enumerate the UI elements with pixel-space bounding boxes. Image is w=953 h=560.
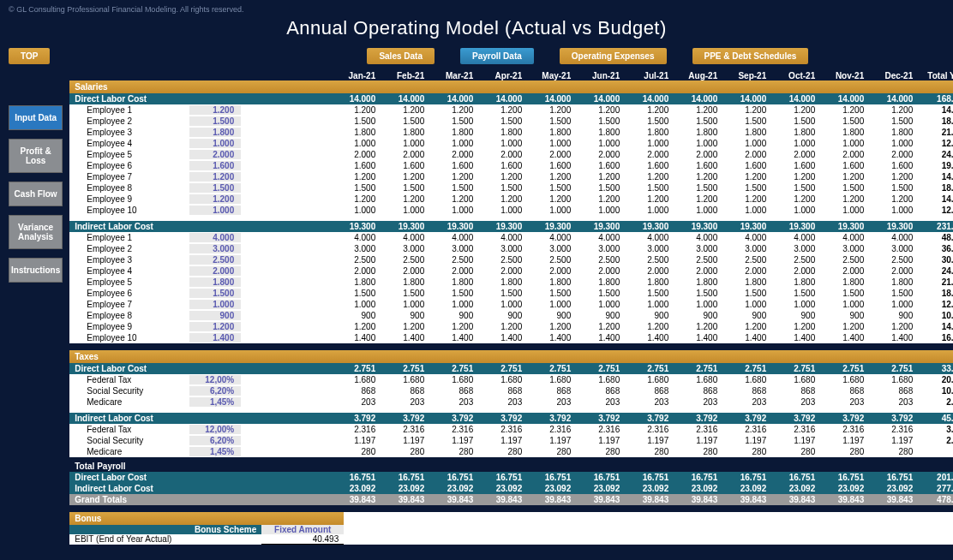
nav-profit-loss[interactable]: Profit & Loss [9, 139, 63, 173]
row-label: Employee 2 [69, 116, 189, 126]
month-cell: 39.843 [429, 495, 478, 504]
input-value[interactable]: 1.500 [189, 116, 241, 126]
tab-payroll-data[interactable]: Payroll Data [460, 48, 534, 64]
month-cell: 1.200 [381, 172, 429, 182]
tab-operating-expenses[interactable]: Operating Expenses [560, 48, 667, 64]
month-cell: 3.792 [429, 414, 478, 423]
input-value[interactable]: 1,45% [189, 447, 241, 456]
input-value[interactable]: 1.000 [189, 206, 241, 215]
bonus-amount-header[interactable]: Fixed Amount [261, 525, 344, 534]
month-cell: 1.800 [332, 277, 381, 287]
month-cell: 1.000 [625, 300, 674, 309]
input-value[interactable]: 1.600 [189, 161, 241, 170]
nav-input-data[interactable]: Input Data [9, 105, 63, 130]
month-cell: 1.000 [576, 300, 625, 309]
input-value[interactable]: 900 [189, 311, 241, 320]
tab-sales-data[interactable]: Sales Data [367, 48, 435, 64]
tab-ppe-debt[interactable]: PPE & Debt Schedules [692, 48, 809, 64]
input-value[interactable]: 6,20% [189, 436, 241, 445]
month-cell: 1.000 [381, 139, 429, 148]
month-cell: 1.500 [674, 116, 722, 126]
month-cell: 1.000 [381, 206, 429, 215]
month-cell: 3.000 [674, 244, 722, 253]
input-value[interactable]: 1.200 [189, 105, 241, 115]
data-row: Employee 7 1.200 1.2001.2001.2001.2001.2… [69, 171, 953, 182]
month-cell: 14.000 [332, 94, 381, 104]
month-cell: 4.000 [381, 233, 429, 242]
month-cell: 39.843 [722, 495, 771, 504]
month-cell: 1.200 [771, 194, 820, 204]
nav-variance-analysis[interactable]: Variance Analysis [9, 215, 63, 249]
month-cell: 14.000 [869, 94, 918, 104]
month-cell: 1.400 [625, 333, 674, 343]
input-value[interactable]: 1.200 [189, 322, 241, 331]
input-value[interactable]: 1.800 [189, 128, 241, 137]
row-total: 19.200 [918, 161, 953, 170]
input-value[interactable]: 1.500 [189, 289, 241, 298]
data-row: Employee 3 2.500 2.5002.5002.5002.5002.5… [69, 254, 953, 265]
input-value[interactable]: 1.000 [189, 139, 241, 148]
input-value[interactable]: 6,20% [189, 386, 241, 396]
input-value[interactable]: 1.400 [189, 333, 241, 343]
month-cell: 868 [722, 386, 771, 396]
input-value[interactable]: 1.000 [189, 300, 241, 309]
input-value[interactable]: 1.800 [189, 277, 241, 287]
input-value[interactable]: 1.200 [189, 194, 241, 204]
input-value[interactable]: 2.000 [189, 150, 241, 159]
month-cell: 3.000 [869, 244, 918, 253]
month-cell: 2.751 [332, 364, 381, 373]
input-value[interactable]: 1.500 [189, 183, 241, 193]
month-cell: 1.000 [576, 206, 625, 215]
input-value[interactable]: 12,00% [189, 425, 241, 434]
data-row: Federal Tax 12,00% 1.6801.6801.6801.6801… [69, 374, 953, 385]
month-cell: 2.000 [381, 266, 429, 276]
input-value[interactable]: 4.000 [189, 233, 241, 242]
month-cell: 1.400 [576, 333, 625, 343]
month-cell: 2.316 [576, 425, 625, 434]
month-cell: 3.000 [429, 244, 478, 253]
month-cell: 3.000 [820, 244, 869, 253]
top-button[interactable]: TOP [9, 48, 50, 64]
data-row: Federal Tax 12,00% 2.3162.3162.3162.3162… [69, 424, 953, 435]
input-value[interactable]: 1.200 [189, 172, 241, 182]
month-cell: 1.400 [429, 333, 478, 343]
nav-cash-flow[interactable]: Cash Flow [9, 182, 63, 206]
month-cell: 1.400 [381, 333, 429, 343]
month-cell: 1.000 [625, 206, 674, 215]
month-cell: 868 [527, 386, 576, 396]
row-label: Federal Tax [69, 375, 189, 384]
input-value[interactable]: 1,45% [189, 397, 241, 407]
input-value[interactable]: 3.000 [189, 244, 241, 253]
month-cell: 203 [381, 397, 429, 407]
month-cell: 280 [722, 447, 771, 456]
month-cell: 1.500 [478, 183, 527, 193]
month-cell: 2.751 [771, 364, 820, 373]
month-cell: 1.200 [869, 194, 918, 204]
input-value[interactable]: 2.000 [189, 266, 241, 276]
month-cell: 1.200 [527, 172, 576, 182]
row-label: Employee 8 [69, 311, 189, 320]
input-value[interactable]: 2.500 [189, 255, 241, 265]
month-cell: 39.843 [869, 495, 918, 504]
month-cell: 280 [674, 447, 722, 456]
month-cell: 1.500 [722, 116, 771, 126]
month-cell: 1.800 [429, 277, 478, 287]
month-cell: 1.200 [478, 322, 527, 331]
month-cell: 868 [576, 386, 625, 396]
column-header-row: Jan-21Feb-21Mar-21Apr-21May-21Jun-21Jul-… [69, 71, 953, 80]
month-header: Sep-21 [722, 71, 771, 80]
grand-total-value: 478.121 [918, 495, 953, 504]
month-cell: 1.000 [722, 300, 771, 309]
month-cell: 16.751 [674, 473, 722, 482]
nav-instructions[interactable]: Instructions [9, 258, 63, 283]
bonus-header: Bonus Scheme Fixed Amount [69, 525, 344, 534]
month-cell: 280 [625, 447, 674, 456]
spreadsheet-area: Jan-21Feb-21Mar-21Apr-21May-21Jun-21Jul-… [69, 71, 953, 545]
bonus-band: Bonus [69, 512, 344, 525]
data-row: Employee 1 4.000 4.0004.0004.0004.0004.0… [69, 232, 953, 243]
month-cell: 203 [332, 397, 381, 407]
month-cell: 900 [722, 311, 771, 320]
month-cell: 1.680 [381, 375, 429, 384]
month-cell: 2.000 [576, 266, 625, 276]
input-value[interactable]: 12,00% [189, 375, 241, 384]
